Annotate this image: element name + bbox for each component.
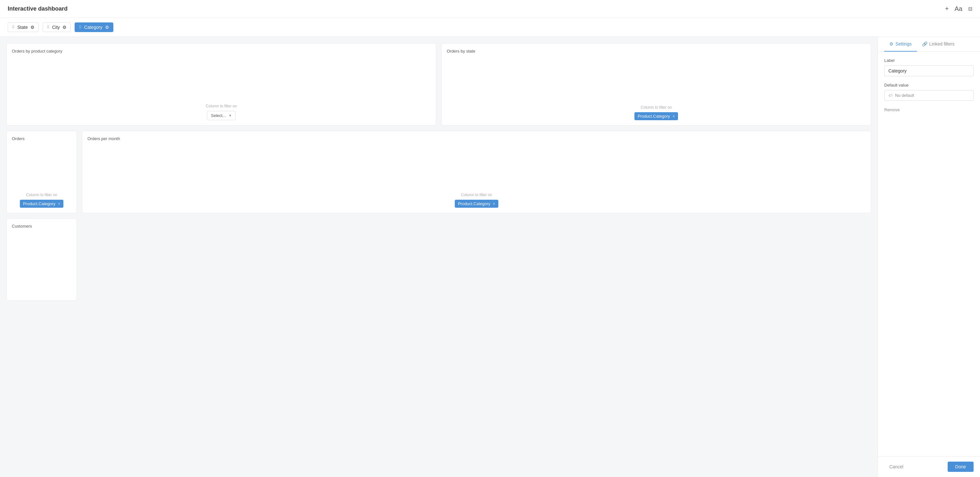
cancel-button[interactable]: Cancel <box>884 462 908 472</box>
filter-chip-state-label: State <box>17 25 28 30</box>
sidebar-content: Label Default value 🏷 No default Remove <box>878 52 980 456</box>
card-body-orders-per-month: Column to filter on Product.Category × <box>88 144 865 208</box>
filter-tag-orders-by-state: Product.Category × <box>635 112 678 120</box>
card-title-orders-per-month: Orders per month <box>88 136 865 141</box>
filter-tag-orders-per-month: Product.Category × <box>455 200 498 208</box>
chevron-down-icon: ▼ <box>229 114 232 117</box>
card-row-1: Orders by product category Column to fil… <box>6 43 871 126</box>
no-default-text: No default <box>895 93 914 98</box>
tab-linked-filters[interactable]: 🔗 Linked filters <box>917 37 960 52</box>
tab-settings-label: Settings <box>896 41 912 46</box>
card-row-3: Customers <box>6 218 871 301</box>
done-button[interactable]: Done <box>948 462 974 472</box>
filter-bar: ⠿ State ⚙ ⠿ City ⚙ ⠿ Category ⚙ <box>0 18 980 37</box>
remove-tag-icon[interactable]: × <box>58 202 60 206</box>
add-icon[interactable]: + <box>945 5 949 13</box>
sidebar-tabs: ⚙ Settings 🔗 Linked filters <box>878 37 980 52</box>
card-title-customers: Customers <box>12 224 72 228</box>
filter-tag-value: Product.Category <box>23 201 56 206</box>
main-layout: Orders by product category Column to fil… <box>0 37 980 477</box>
tab-linked-filters-label: Linked filters <box>929 41 955 46</box>
card-title-orders-by-product-category: Orders by product category <box>12 49 431 54</box>
drag-icon: ⠿ <box>79 25 82 29</box>
filter-column-label-2: Column to filter on <box>641 105 671 110</box>
header-actions: + Aa ⊟ <box>945 5 972 13</box>
card-orders-by-state: Orders by state Column to filter on Prod… <box>441 43 871 126</box>
card-body-orders: Column to filter on Product.Category × <box>12 144 72 208</box>
card-orders-per-month: Orders per month Column to filter on Pro… <box>82 131 871 213</box>
card-title-orders-by-state: Orders by state <box>447 49 865 54</box>
default-value-label: Default value <box>884 83 974 88</box>
card-orders-by-product-category: Orders by product category Column to fil… <box>6 43 436 126</box>
card-title-orders: Orders <box>12 136 72 141</box>
filter-icon[interactable]: ⊟ <box>968 6 972 12</box>
gear-icon[interactable]: ⚙ <box>62 25 67 30</box>
gear-icon[interactable]: ⚙ <box>105 25 109 30</box>
font-icon[interactable]: Aa <box>955 5 963 13</box>
card-orders: Orders Column to filter on Product.Categ… <box>6 131 77 213</box>
remove-link[interactable]: Remove <box>884 107 900 112</box>
tag-icon: 🏷 <box>888 93 892 98</box>
drag-icon: ⠿ <box>12 25 15 29</box>
filter-chip-state[interactable]: ⠿ State ⚙ <box>8 22 39 32</box>
card-body-orders-by-product-category: Column to filter on Select... ▼ <box>12 56 431 120</box>
default-value-field-group: Default value 🏷 No default <box>884 83 974 101</box>
card-row-2: Orders Column to filter on Product.Categ… <box>6 131 871 213</box>
card-body-orders-by-state: Column to filter on Product.Category × <box>447 56 865 120</box>
filter-chip-category-label: Category <box>84 25 102 30</box>
label-field-group: Label <box>884 58 974 76</box>
drag-icon: ⠿ <box>47 25 49 29</box>
filter-column-label-1: Column to filter on <box>205 104 237 108</box>
link-tab-icon: 🔗 <box>922 41 928 46</box>
app-title: Interactive dashboard <box>8 5 68 12</box>
gear-tab-icon: ⚙ <box>889 41 894 46</box>
filter-tag-value: Product.Category <box>458 201 490 206</box>
filter-column-label-4: Column to filter on <box>461 193 492 197</box>
filter-select-orders-by-product-category[interactable]: Select... ▼ <box>207 111 236 120</box>
filter-column-label-3: Column to filter on <box>26 193 57 197</box>
card-customers: Customers <box>6 218 77 301</box>
filter-chip-city-label: City <box>52 25 60 30</box>
remove-tag-icon[interactable]: × <box>493 202 495 206</box>
tab-settings[interactable]: ⚙ Settings <box>884 37 917 52</box>
filter-tag-value: Product.Category <box>638 114 670 119</box>
filter-tag-orders: Product.Category × <box>20 200 64 208</box>
select-placeholder: Select... <box>211 113 226 118</box>
dashboard-area: Orders by product category Column to fil… <box>0 37 878 477</box>
filter-chip-category[interactable]: ⠿ Category ⚙ <box>75 22 113 32</box>
remove-tag-icon[interactable]: × <box>673 114 675 119</box>
sidebar-footer: Cancel Done <box>878 456 980 477</box>
label-field-label: Label <box>884 58 974 63</box>
filter-chip-city[interactable]: ⠿ City ⚙ <box>43 22 71 32</box>
app-header: Interactive dashboard + Aa ⊟ <box>0 0 980 18</box>
gear-icon[interactable]: ⚙ <box>30 25 35 30</box>
label-input[interactable] <box>884 65 974 76</box>
sidebar: ⚙ Settings 🔗 Linked filters Label Defaul… <box>878 37 980 477</box>
card-body-customers <box>12 231 72 295</box>
remove-field-group: Remove <box>884 107 974 112</box>
no-default-field[interactable]: 🏷 No default <box>884 90 974 101</box>
